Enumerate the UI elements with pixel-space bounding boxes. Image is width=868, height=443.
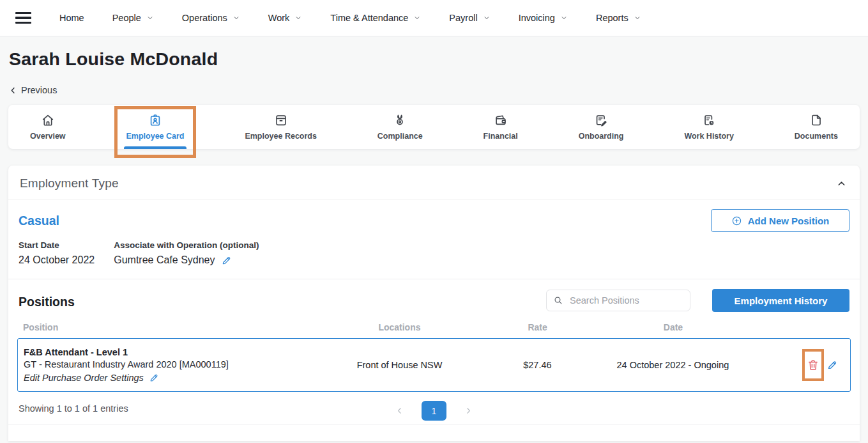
edit-purchase-order-label: Edit Purchase Order Settings bbox=[24, 373, 144, 383]
nav-item-label: Operations bbox=[182, 13, 227, 23]
document-icon bbox=[809, 113, 823, 127]
tab-label: Onboarding bbox=[579, 132, 624, 141]
position-name: F&B Attendant - Level 1 bbox=[24, 347, 327, 357]
position-award: GT - Restaurant Industry Award 2020 [MA0… bbox=[24, 359, 327, 369]
chevron-left-icon bbox=[9, 86, 17, 95]
previous-link[interactable]: Previous bbox=[9, 85, 57, 95]
search-positions-box bbox=[546, 290, 690, 311]
nav-item-people[interactable]: People bbox=[112, 13, 154, 23]
start-date-value: 24 October 2022 bbox=[19, 254, 95, 266]
employment-type-title: Employment Type bbox=[20, 176, 119, 190]
employment-type-section-header: Employment Type bbox=[8, 166, 860, 199]
add-new-position-label: Add New Position bbox=[748, 215, 830, 226]
search-positions-input[interactable] bbox=[546, 290, 690, 311]
nav-item-work[interactable]: Work bbox=[268, 13, 303, 23]
chevron-down-icon bbox=[294, 14, 302, 22]
tab-financial[interactable]: Financial bbox=[478, 105, 523, 149]
tab-label: Work History bbox=[684, 132, 734, 141]
page-title: Sarah Louise McDonald bbox=[9, 46, 868, 72]
tab-label: Documents bbox=[795, 132, 838, 141]
chevron-down-icon bbox=[146, 14, 154, 22]
edit-pencil-icon[interactable] bbox=[826, 359, 838, 371]
tab-label: Employee Card bbox=[126, 132, 184, 141]
edit-pencil-icon[interactable] bbox=[221, 255, 232, 266]
nav-item-label: Invoicing bbox=[519, 13, 555, 23]
column-header-date: Date bbox=[604, 322, 743, 332]
pagination: 1 bbox=[8, 401, 860, 421]
nav-item-operations[interactable]: Operations bbox=[182, 13, 240, 23]
add-new-position-button[interactable]: Add New Position bbox=[711, 209, 849, 232]
position-date: 24 October 2022 - Ongoing bbox=[603, 360, 742, 370]
start-date-field: Start Date 24 October 2022 bbox=[19, 240, 95, 266]
nav-item-label: Payroll bbox=[449, 13, 477, 23]
search-icon bbox=[553, 295, 563, 306]
nav-item-invoicing[interactable]: Invoicing bbox=[519, 13, 568, 23]
nav-item-label: Reports bbox=[596, 13, 628, 23]
edit-pencil-icon bbox=[149, 373, 159, 383]
chevron-up-icon bbox=[836, 178, 847, 189]
tab-label: Compliance bbox=[377, 132, 423, 141]
chevron-down-icon bbox=[634, 14, 641, 22]
operation-label: Associate with Operation (optional) bbox=[114, 240, 259, 250]
column-header-position: Position bbox=[23, 322, 327, 332]
pagination-previous-icon[interactable] bbox=[395, 406, 404, 416]
position-location: Front of House NSW bbox=[327, 360, 471, 370]
form-edit-icon bbox=[594, 113, 608, 127]
positions-title: Positions bbox=[19, 295, 75, 312]
employment-type-row: Casual Add New Position bbox=[8, 199, 860, 232]
pagination-next-icon[interactable] bbox=[464, 406, 473, 416]
plus-circle-icon bbox=[731, 215, 742, 226]
chevron-down-icon bbox=[413, 14, 421, 22]
employee-tab-bar: Overview Employee Card Employee Records … bbox=[8, 105, 860, 149]
employment-history-button[interactable]: Employment History bbox=[712, 289, 849, 312]
column-header-locations: Locations bbox=[327, 322, 472, 332]
tab-documents[interactable]: Documents bbox=[789, 105, 843, 149]
medal-icon bbox=[393, 113, 407, 127]
tab-onboarding[interactable]: Onboarding bbox=[574, 105, 629, 149]
chevron-down-icon bbox=[483, 14, 491, 22]
positions-table-header: Position Locations Rate Date bbox=[17, 315, 851, 338]
tab-label: Overview bbox=[30, 132, 66, 141]
hamburger-menu-icon[interactable] bbox=[15, 12, 31, 24]
divider bbox=[8, 424, 860, 424]
positions-table: Position Locations Rate Date F&B Attenda… bbox=[8, 315, 860, 392]
tab-label: Employee Records bbox=[245, 132, 317, 141]
home-icon bbox=[41, 113, 55, 127]
tab-employee-records[interactable]: Employee Records bbox=[240, 105, 322, 149]
nav-item-label: Time & Attendance bbox=[330, 13, 408, 23]
top-nav: Home People Operations Work Time & Atten… bbox=[0, 0, 868, 36]
chevron-down-icon bbox=[232, 14, 240, 22]
document-clock-icon bbox=[702, 113, 716, 127]
nav-item-label: People bbox=[112, 13, 141, 23]
employment-type-value: Casual bbox=[19, 214, 59, 228]
nav-item-time-attendance[interactable]: Time & Attendance bbox=[330, 13, 421, 23]
tab-label: Financial bbox=[483, 132, 518, 141]
operation-value: Gumtree Cafe Sydney bbox=[114, 254, 215, 266]
tab-work-history[interactable]: Work History bbox=[679, 105, 739, 149]
archive-box-icon bbox=[274, 113, 288, 127]
nav-item-payroll[interactable]: Payroll bbox=[449, 13, 490, 23]
previous-label: Previous bbox=[21, 85, 57, 95]
nav-item-home[interactable]: Home bbox=[59, 13, 84, 23]
tab-employee-card[interactable]: Employee Card bbox=[121, 105, 189, 149]
wallet-icon bbox=[494, 113, 508, 127]
edit-purchase-order-link[interactable]: Edit Purchase Order Settings bbox=[24, 373, 159, 383]
collapse-section-button[interactable] bbox=[835, 177, 848, 190]
nav-item-label: Work bbox=[268, 13, 290, 23]
operation-field: Associate with Operation (optional) Gumt… bbox=[114, 240, 259, 266]
nav-item-reports[interactable]: Reports bbox=[596, 13, 641, 23]
chevron-down-icon bbox=[560, 14, 568, 22]
nav-item-label: Home bbox=[59, 13, 84, 23]
tab-overview[interactable]: Overview bbox=[25, 105, 71, 149]
position-rate: $27.46 bbox=[472, 360, 604, 370]
positions-header: Positions Employment History bbox=[8, 279, 860, 315]
start-date-label: Start Date bbox=[19, 240, 95, 250]
pagination-page-1[interactable]: 1 bbox=[422, 401, 446, 421]
tab-compliance[interactable]: Compliance bbox=[372, 105, 428, 149]
table-footer: Showing 1 to 1 of 1 entries 1 bbox=[8, 392, 860, 414]
column-header-rate: Rate bbox=[472, 322, 604, 332]
delete-trash-icon[interactable] bbox=[807, 359, 819, 371]
active-tab-underline bbox=[124, 146, 186, 149]
table-row: F&B Attendant - Level 1 GT - Restaurant … bbox=[17, 338, 851, 392]
id-card-icon bbox=[148, 113, 162, 127]
